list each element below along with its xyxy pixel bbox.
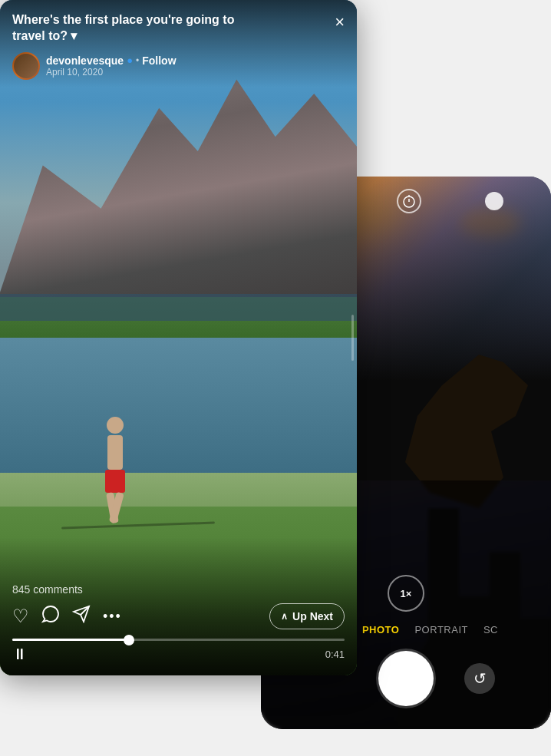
ig-header-top: Where's the first place you're going to … <box>12 12 345 52</box>
ig-follow-button[interactable]: Follow <box>142 54 176 67</box>
ig-close-button[interactable]: × <box>335 14 345 31</box>
ig-more-button[interactable]: ••• <box>103 609 122 625</box>
up-next-arrow-icon: ∧ <box>281 611 288 622</box>
lake-water <box>0 294 357 321</box>
person-body <box>105 417 125 523</box>
camera-timer-icon[interactable] <box>397 189 421 213</box>
ig-verified-badge: ● <box>127 54 133 66</box>
zoom-label: 1× <box>401 588 412 599</box>
person-shorts <box>105 470 125 493</box>
progress-thumb <box>124 635 134 645</box>
camera-mode-photo[interactable]: PHOTO <box>362 624 400 636</box>
ig-pause-button[interactable]: ⏸ <box>12 645 28 663</box>
ig-avatar[interactable] <box>12 52 40 80</box>
ig-username-row: devonlevesque ● • Follow <box>46 54 177 67</box>
camera-mode-portrait[interactable]: PORTRAIT <box>414 624 468 636</box>
ig-comment-button[interactable] <box>41 605 60 628</box>
ig-separator-dot: • <box>136 55 139 66</box>
ig-playback-row: ⏸ 0:41 <box>12 645 345 675</box>
progress-fill <box>12 639 129 641</box>
shutter-button[interactable] <box>378 651 434 706</box>
camera-flash-icon[interactable] <box>485 192 503 210</box>
progress-track[interactable] <box>12 639 345 641</box>
ig-video-card: Where's the first place you're going to … <box>0 0 357 675</box>
ig-header: Where's the first place you're going to … <box>0 0 357 87</box>
ig-post-date: April 10, 2020 <box>46 67 177 78</box>
ig-user-row: devonlevesque ● • Follow April 10, 2020 <box>12 52 345 80</box>
ig-comments-count[interactable]: 845 comments <box>12 537 345 596</box>
zoom-badge[interactable]: 1× <box>388 575 424 612</box>
ig-like-button[interactable]: ♡ <box>12 606 29 627</box>
flip-camera-icon: ↺ <box>473 669 487 688</box>
ig-user-info: devonlevesque ● • Follow April 10, 2020 <box>46 54 177 78</box>
ig-actions-left: ♡ ••• <box>12 605 122 628</box>
ig-progress-bar[interactable] <box>12 639 345 641</box>
running-water <box>0 338 357 490</box>
avatar-inner <box>14 54 38 78</box>
ig-title: Where's the first place you're going to … <box>12 12 258 45</box>
person-head <box>107 417 124 434</box>
person-legs <box>105 493 125 523</box>
person-torso <box>107 435 123 470</box>
ig-scroll-indicator <box>351 315 354 361</box>
ig-actions-row: ♡ ••• ∧ Up Next <box>12 603 345 629</box>
ig-username: devonlevesque <box>46 54 124 67</box>
up-next-label: Up Next <box>292 610 333 622</box>
ig-up-next-button[interactable]: ∧ Up Next <box>269 603 345 629</box>
flip-camera-button[interactable]: ↺ <box>464 663 495 694</box>
person-running <box>92 416 138 523</box>
ig-bottom-overlay: 845 comments ♡ ••• ∧ U <box>0 537 357 675</box>
ig-share-button[interactable] <box>72 605 91 628</box>
camera-mode-sc[interactable]: SC <box>483 624 498 636</box>
ig-time-display: 0:41 <box>325 649 345 660</box>
